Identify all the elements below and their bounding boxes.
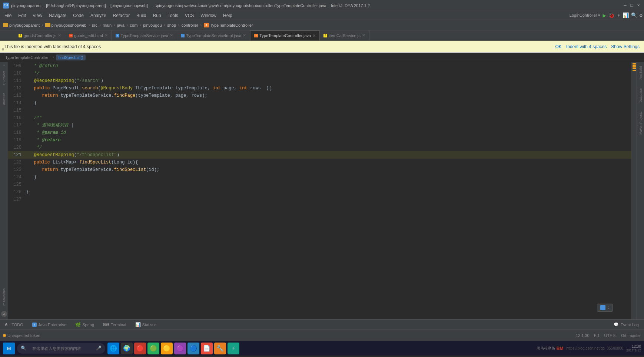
inline-widget[interactable]: : <box>597 304 613 312</box>
tab-typetemplateservice[interactable]: J TypeTemplateService.java ✕ <box>112 30 177 40</box>
tab-goodsedit[interactable]: H goods_edit.html ✕ <box>65 30 112 40</box>
microphone-icon[interactable]: 🎤 <box>96 346 102 351</box>
sec-bc-class[interactable]: TypeTemplateController <box>3 54 50 60</box>
title-controls[interactable]: — □ ✕ <box>623 3 641 8</box>
tab-typetemplatserviceimpl[interactable]: J TypeTemplateServiceImpl.java ✕ <box>177 30 250 40</box>
menu-build[interactable]: Build <box>133 12 149 19</box>
taskbar-edge[interactable]: 🌐 <box>107 343 119 354</box>
line-content-122: public List<Map> findSpecList(Long id){ <box>26 159 631 166</box>
start-button[interactable]: ⊞ <box>3 343 15 354</box>
bottom-tab-spring[interactable]: 🌿 Spring <box>72 321 98 328</box>
coverage-button[interactable]: ⚡ <box>617 12 620 19</box>
tab-close-goodsedit[interactable]: ✕ <box>104 33 108 38</box>
bc-pinyougouparent[interactable]: pinyougouparent <box>9 23 40 27</box>
taskbar-chrome[interactable]: 🌍 <box>121 343 133 354</box>
taskbar-search-input[interactable] <box>28 343 94 354</box>
html-icon: H <box>69 34 73 37</box>
clock-time: 12:30 <box>626 344 641 348</box>
tab-close-typetemplatserviceimpl[interactable]: ✕ <box>243 33 246 38</box>
taskbar-app5[interactable]: 🟡 <box>161 343 173 354</box>
tab-close-typetemplacontroller[interactable]: ✕ <box>312 33 316 38</box>
panel-tab-favorites[interactable]: 2: Favorites <box>1 285 7 310</box>
bc-typetemplate[interactable]: TypeTemplateController <box>210 23 253 27</box>
bottom-tab-terminal[interactable]: ⌨ Terminal <box>99 321 130 328</box>
code-editor[interactable]: 109 * @return 110 */ 111 @RequestMapping… <box>8 62 631 319</box>
menu-view[interactable]: View <box>30 12 45 19</box>
debug-button[interactable]: 🐞 <box>608 12 615 19</box>
line-number-122: 122 <box>8 159 26 166</box>
warning-marker-2[interactable] <box>633 65 636 67</box>
close-button[interactable]: ✕ <box>636 3 641 8</box>
sec-bc-method[interactable]: findSpecList() <box>56 54 85 60</box>
bc-pinyougou[interactable]: pinyougou <box>143 23 162 27</box>
status-warning[interactable]: Unexpected token <box>3 333 40 338</box>
tab-close-itemcatservice[interactable]: ✕ <box>362 33 365 38</box>
tab-close-goodscontroller[interactable]: ✕ <box>58 33 61 38</box>
taskbar-app9[interactable]: 🔧 <box>214 343 226 354</box>
bc-src[interactable]: src <box>92 23 97 27</box>
code-line-123: 123 return typeTemplateService.findSpecL… <box>8 166 631 173</box>
minimize-button[interactable]: — <box>623 3 628 8</box>
menu-code[interactable]: Code <box>70 12 87 19</box>
database-tab[interactable]: Database <box>638 85 644 106</box>
notification-show-settings[interactable]: Show Settings <box>611 44 640 49</box>
search-everywhere-button[interactable]: 🔍 <box>631 12 637 19</box>
profile-button[interactable]: 📊 <box>623 12 629 19</box>
bc-pinyougoushopweb[interactable]: pinyougoushopweb <box>52 23 87 27</box>
menu-navigate[interactable]: Navigate <box>46 12 69 19</box>
tab-goodscontroller[interactable]: J goodsController.js ✕ <box>15 30 65 40</box>
taskbar-app7[interactable]: 🔵 <box>187 343 199 354</box>
menu-help[interactable]: Help <box>220 12 235 19</box>
bc-controller[interactable]: controller <box>182 23 198 27</box>
bottom-tab-todo[interactable]: 6 : TODO <box>1 321 27 328</box>
run-button[interactable]: ▶ <box>602 12 606 19</box>
taskbar-app8[interactable]: 📄 <box>201 343 213 354</box>
bc-main[interactable]: main <box>103 23 112 27</box>
menu-file[interactable]: File <box>1 12 14 19</box>
warning-marker-4[interactable] <box>633 70 636 71</box>
taskbar-app6[interactable]: 🟣 <box>174 343 186 354</box>
tab-typetemplacontroller[interactable]: J TypeTemplateController.java ✕ <box>250 30 320 40</box>
code-line-117: 117 * 查询规格列表 | <box>8 122 631 129</box>
notification-ok[interactable]: OK <box>555 44 562 49</box>
code-line-126: 126 } <box>8 188 631 196</box>
sidebar-toggle[interactable]: ≡ <box>1 47 4 52</box>
status-git[interactable]: Git: master <box>621 333 641 338</box>
web-panel-tab[interactable]: W <box>1 311 7 317</box>
panel-tab-1-project[interactable]: 1: Project <box>1 67 7 89</box>
maximize-button[interactable]: □ <box>629 3 634 8</box>
settings-button[interactable]: ⚙ <box>640 12 643 19</box>
status-utf[interactable]: UTF 8: <box>604 333 617 338</box>
maven-tab[interactable]: Maven Projects <box>638 108 644 138</box>
menu-tools[interactable]: Tools <box>165 12 181 19</box>
taskbar-app4[interactable]: 🟢 <box>147 343 159 354</box>
notification-indent[interactable]: Indent with 4 spaces <box>566 44 607 49</box>
bc-java[interactable]: java <box>117 23 125 27</box>
menu-window[interactable]: Window <box>197 12 219 19</box>
panel-tab-structure[interactable]: Structure <box>1 89 7 110</box>
status-encoding[interactable]: F:1 <box>594 333 600 338</box>
bc-com[interactable]: com <box>130 23 138 27</box>
taskbar-app10[interactable]: ⚡ <box>228 343 239 354</box>
line-content-125 <box>26 181 631 188</box>
warning-marker-1[interactable] <box>633 63 636 65</box>
status-line-col[interactable]: 12:1:30 <box>576 333 590 338</box>
menu-analyze[interactable]: Analyze <box>87 12 109 19</box>
tab-itemcatservice[interactable]: J itemCatService.js ✕ <box>320 30 369 40</box>
taskbar-app3[interactable]: 🔴 <box>134 343 146 354</box>
ant-build-tab[interactable]: Ant Build <box>638 62 644 83</box>
line-content-123: return typeTemplateService.findSpecList(… <box>26 166 631 173</box>
tab-close-typetemplateservice[interactable]: ✕ <box>170 33 173 38</box>
bottom-tab-statistic[interactable]: 📊 Statistic <box>132 321 160 328</box>
bc-shop[interactable]: shop <box>167 23 176 27</box>
run-config-dropdown[interactable]: LoginController ▾ <box>570 13 601 18</box>
menu-run[interactable]: Run <box>150 12 164 19</box>
menu-edit[interactable]: Edit <box>15 12 29 19</box>
menu-refactor[interactable]: Refactor <box>110 12 133 19</box>
menu-vcs[interactable]: VCS <box>182 12 197 19</box>
bottom-tab-javaee[interactable]: J Java Enterprise <box>29 321 70 328</box>
bottom-tab-eventlog[interactable]: 💬 Event Log <box>610 321 643 328</box>
warning-marker-3[interactable] <box>633 67 636 69</box>
code-line-114: 114 } <box>8 99 631 107</box>
module-folder: pinyougoushopweb <box>45 23 87 27</box>
